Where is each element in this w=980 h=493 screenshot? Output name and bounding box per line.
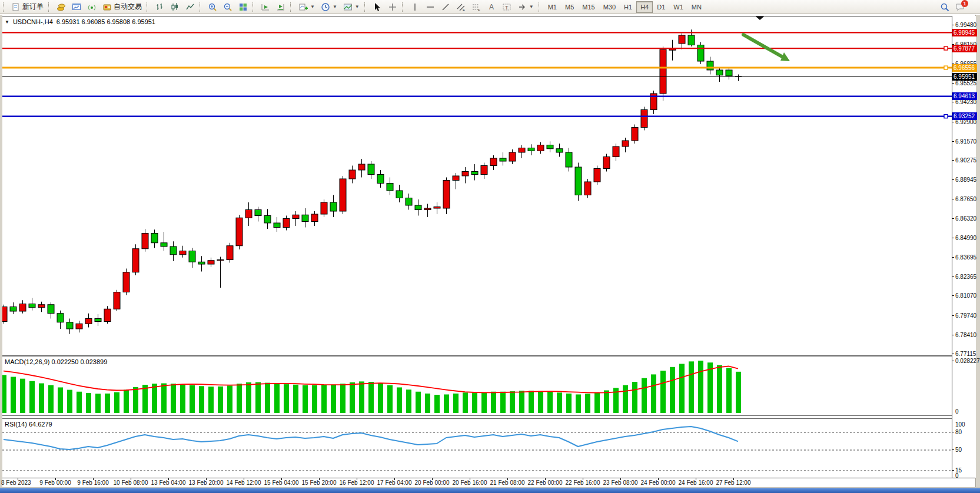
chart-shift-button[interactable]: [258, 1, 273, 14]
periods-button[interactable]: ▼: [318, 1, 340, 14]
price-tick-label: 6.88945: [955, 176, 976, 183]
horizontal-line-tool-button[interactable]: [423, 1, 438, 14]
time-axis-label: 27 Feb 12:00: [716, 479, 751, 486]
price-tick-label: 6.77115: [955, 351, 976, 357]
dropdown-arrow-icon: ▼: [333, 4, 337, 9]
dropdown-arrow-icon: ▼: [529, 4, 534, 9]
trendline-tool-button[interactable]: [438, 1, 453, 14]
price-tick-label: 6.82365: [955, 274, 976, 280]
auto-trading-icon: [102, 2, 112, 12]
rsi-pane[interactable]: [2, 419, 952, 478]
time-axis-label: 24 Feb 16:00: [679, 479, 713, 486]
toolbar-separator: [147, 2, 150, 12]
pane-splitter[interactable]: [2, 355, 975, 356]
fibonacci-icon: F: [471, 2, 481, 12]
zoom-out-icon: [223, 2, 232, 12]
rsi-tick-mark: [952, 432, 954, 432]
candlestick-chart-icon: [170, 2, 180, 12]
macd-axis-min-label: 0: [955, 408, 959, 415]
time-axis-label: 20 Feb 00:00: [415, 479, 450, 486]
price-level-badge: 6.97877: [952, 45, 977, 52]
main-chart[interactable]: [2, 16, 952, 355]
cursor-tool-button[interactable]: [370, 1, 385, 14]
template-icon: [343, 2, 353, 12]
price-tick-label: 6.91570: [955, 138, 976, 145]
timeframe-button-H4[interactable]: H4: [636, 1, 653, 13]
price-level-badge: 6.95951: [952, 73, 977, 81]
time-axis-label: 21 Feb 08:00: [490, 479, 525, 486]
timeframe-button-M15[interactable]: M15: [578, 1, 599, 13]
timeframe-button-D1[interactable]: D1: [653, 1, 669, 13]
timeframe-button-M30[interactable]: M30: [599, 1, 620, 13]
price-tick-label: 6.90275: [955, 157, 976, 164]
macd-pane[interactable]: [2, 357, 952, 414]
chart-window-button[interactable]: [69, 1, 84, 14]
market-watch-button[interactable]: [54, 1, 69, 14]
crosshair-tool-button[interactable]: [385, 1, 400, 14]
rsi-axis-label: 100: [955, 421, 965, 428]
zoom-out-button[interactable]: [220, 1, 235, 14]
price-tick-label: 6.81070: [955, 292, 976, 299]
equidistant-channel-icon: E: [456, 2, 466, 12]
zoom-in-button[interactable]: [205, 1, 220, 14]
price-tick-mark: [952, 122, 954, 122]
timeframe-button-M5[interactable]: M5: [561, 1, 578, 13]
label-tool-button[interactable]: T: [499, 1, 514, 14]
line-chart-mode-button[interactable]: [182, 1, 198, 14]
time-axis-label: 22 Feb 16:00: [566, 479, 600, 486]
svg-text:T: T: [505, 4, 509, 10]
add-indicator-button[interactable]: ▼: [295, 1, 318, 14]
timeframe-button-H1[interactable]: H1: [620, 1, 636, 13]
price-tick-label: 6.78410: [955, 332, 976, 338]
time-axis-label: 24 Feb 00:00: [641, 479, 676, 486]
notification-badge: 1: [961, 0, 968, 7]
time-axis-label: 13 Feb 20:00: [189, 479, 224, 486]
channel-tool-button[interactable]: E: [453, 1, 469, 14]
timeframe-button-M1[interactable]: M1: [544, 1, 561, 13]
toolbar-separator: [539, 2, 542, 12]
chart-shift-icon: [261, 2, 270, 12]
auto-trading-button[interactable]: 自动交易: [99, 1, 145, 14]
price-tick-label: 6.79740: [955, 312, 976, 319]
toolbar-right-group: 1: [940, 2, 965, 12]
price-tick-label: 6.84990: [955, 235, 976, 241]
pane-splitter[interactable]: [2, 415, 975, 416]
templates-button[interactable]: ▼: [340, 1, 363, 14]
time-axis-label: 13 Feb 04:00: [151, 479, 186, 486]
macd-axis-max-label: 0.028227: [955, 358, 980, 364]
time-axis-label: 8 Feb 2023: [1, 479, 31, 486]
add-indicator-icon: [298, 2, 308, 12]
collapse-panel-button[interactable]: ▼: [5, 19, 9, 25]
time-axis-label: 10 Feb 08:00: [114, 479, 148, 486]
shapes-tool-button[interactable]: ▼: [514, 1, 537, 14]
auto-scroll-button[interactable]: [273, 1, 288, 14]
timeframe-button-W1[interactable]: W1: [669, 1, 687, 13]
coins-icon: [57, 2, 66, 12]
price-tick-mark: [952, 199, 954, 199]
rsi-axis-label: 50: [955, 447, 962, 453]
notifications-button[interactable]: 1: [955, 2, 965, 12]
price-tick-mark: [952, 315, 954, 316]
price-tick-mark: [952, 238, 954, 238]
price-tick-mark: [952, 277, 954, 277]
signal-button[interactable]: [84, 1, 99, 14]
price-tick-mark: [952, 25, 954, 25]
candlestick-mode-button[interactable]: [167, 1, 182, 14]
price-tick-mark: [952, 295, 954, 296]
search-icon[interactable]: [940, 2, 949, 12]
rsi-axis-label: 80: [955, 429, 962, 435]
timeframe-button-MN[interactable]: MN: [687, 1, 706, 13]
fibonacci-tool-button[interactable]: F: [469, 1, 484, 14]
price-level-badge: 6.96556: [952, 64, 977, 72]
new-order-button[interactable]: 新订单: [8, 1, 46, 14]
toolbar-drag-handle[interactable]: [3, 2, 6, 12]
vertical-line-tool-button[interactable]: [407, 1, 423, 14]
price-tick-mark: [952, 335, 954, 335]
tile-windows-button[interactable]: [235, 1, 251, 14]
chart-window-icon: [72, 2, 81, 12]
price-tick-mark: [952, 102, 954, 102]
text-tool-button[interactable]: A: [484, 1, 499, 14]
ohlc-values: 6.95931 6.96085 6.95808 6.95951: [57, 18, 155, 25]
time-axis-label: 15 Feb 04:00: [264, 479, 299, 486]
bar-chart-mode-button[interactable]: [152, 1, 167, 14]
